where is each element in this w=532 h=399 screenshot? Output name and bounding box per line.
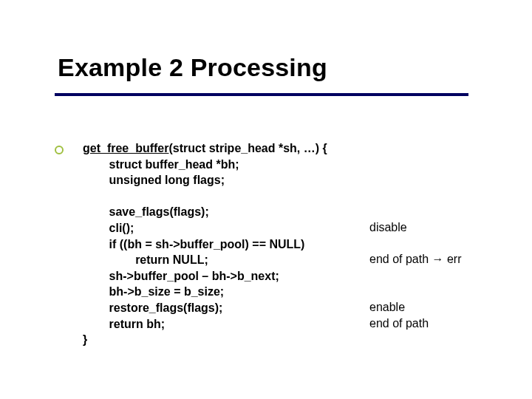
annotation-enable: enable [369,299,405,316]
code-l1: save_flags(flags); [83,205,209,218]
annotation-end-err: end of path → err [369,251,462,267]
code-l3: if ((bh = sh->buffer_pool) == NULL) [83,238,304,250]
code-decl2: unsigned long flags; [83,174,225,186]
code-close: } [83,333,87,346]
code-l8: return bh; [83,318,165,330]
annotation-disable: disable [369,219,407,236]
slide-title: Example 2 Processing [58,53,327,82]
annotation-end: end of path [369,316,429,332]
code-sig-rest: (struct stripe_head *sh, …) { [168,142,327,154]
code-l5: sh->buffer_pool – bh->b_next; [83,270,279,282]
code-func-name: get_free_buffer [83,142,168,154]
slide: Example 2 Processing get_free_buffer(str… [0,0,532,399]
title-underline [55,93,468,96]
code-decl1: struct buffer_head *bh; [83,158,239,171]
code-l4: return NULL; [83,253,208,266]
code-l7: restore_flags(flags); [83,301,222,314]
code-l2: cli(); [83,222,134,234]
code-l6: bh->b_size = b_size; [83,285,224,298]
code-block: get_free_buffer(struct stripe_head *sh, … [83,140,327,348]
bullet-icon [55,146,64,154]
